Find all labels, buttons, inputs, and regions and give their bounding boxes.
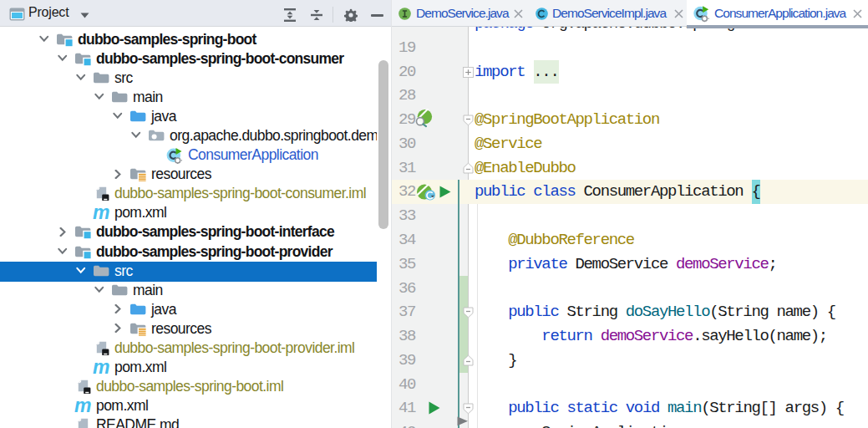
svg-text:m: m — [74, 399, 91, 413]
svg-text:m: m — [93, 206, 109, 220]
svg-text:m: m — [93, 360, 109, 374]
